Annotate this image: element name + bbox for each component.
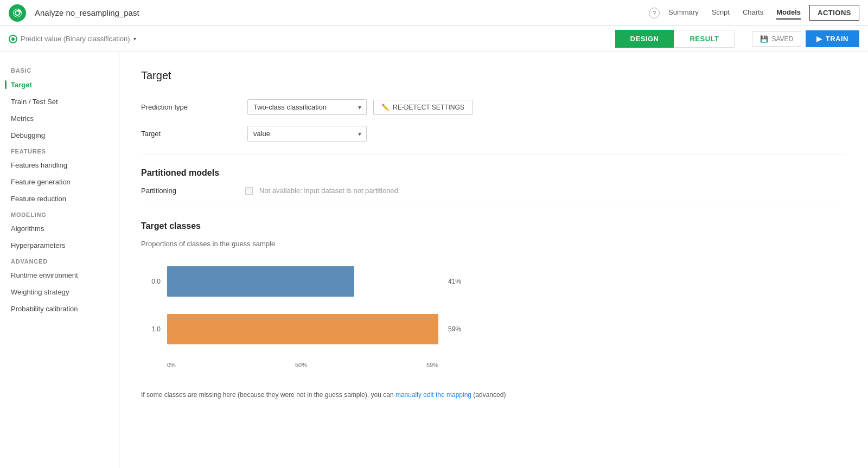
- actions-button[interactable]: ACTIONS: [809, 5, 859, 21]
- page-title: Target: [141, 69, 846, 82]
- bar-pct-0: 41%: [448, 278, 461, 285]
- pencil-icon: ✏️: [381, 104, 390, 111]
- re-detect-button[interactable]: ✏️ RE-DETECT SETTINGS: [373, 100, 473, 115]
- svg-point-1: [16, 11, 19, 15]
- sidebar-item-debugging[interactable]: Debugging: [0, 127, 119, 144]
- predict-type: (Binary classification): [63, 35, 130, 43]
- manually-edit-link[interactable]: manually edit the mapping: [395, 391, 471, 399]
- help-icon[interactable]: ?: [649, 8, 660, 18]
- sub-header: Predict value (Binary classification) ▾ …: [0, 26, 868, 52]
- predict-icon: [9, 35, 17, 43]
- target-label: Target: [141, 130, 239, 138]
- sidebar-section-modeling: MODELING: [0, 207, 119, 220]
- design-tab[interactable]: DESIGN: [615, 30, 674, 48]
- prediction-type-row: Prediction type Two-class classification…: [141, 99, 846, 115]
- bar-container-1: [167, 314, 438, 344]
- bar-0: [167, 266, 354, 297]
- sidebar-item-feature-reduction[interactable]: Feature reduction: [0, 190, 119, 207]
- sidebar-item-metrics[interactable]: Metrics: [0, 110, 119, 127]
- top-bar: Analyze no_resampling_past ? Summary Scr…: [0, 0, 868, 26]
- target-classes-desc: Proportions of classes in the guess samp…: [141, 240, 846, 248]
- divider-1: [141, 155, 846, 155]
- x-axis-label-59: 59%: [426, 362, 438, 368]
- target-select-wrapper: value: [247, 126, 367, 142]
- x-axis-label-50: 50%: [295, 362, 307, 368]
- sidebar-item-target[interactable]: Target: [0, 76, 119, 93]
- train-button[interactable]: ▶ TRAIN: [806, 30, 859, 47]
- target-control: value: [247, 126, 367, 142]
- sidebar-item-feature-generation[interactable]: Feature generation: [0, 174, 119, 190]
- target-classes-title: Target classes: [141, 221, 846, 231]
- sidebar-item-hyperparameters[interactable]: Hyperparameters: [0, 237, 119, 254]
- nav-charts[interactable]: Charts: [743, 6, 763, 20]
- sidebar-item-features-handling[interactable]: Features handling: [0, 157, 119, 174]
- save-icon: 💾: [760, 35, 768, 43]
- sidebar: BASIC Target Train / Test Set Metrics De…: [0, 52, 119, 468]
- prediction-type-select[interactable]: Two-class classification Multi-class cla…: [247, 99, 367, 115]
- prediction-type-select-wrapper: Two-class classification Multi-class cla…: [247, 99, 367, 115]
- bar-pct-1: 59%: [448, 325, 461, 333]
- design-result-tabs: DESIGN RESULT: [615, 30, 735, 48]
- sidebar-item-weighting-strategy[interactable]: Weighting strategy: [0, 284, 119, 300]
- play-icon: ▶: [816, 35, 822, 43]
- x-axis-label-0: 0%: [167, 362, 176, 368]
- partitioning-row: Partitioning Not available: input datase…: [141, 187, 846, 195]
- result-tab[interactable]: RESULT: [674, 30, 735, 48]
- partitioning-unavailable-text: Not available: input dataset is not part…: [259, 187, 400, 195]
- app-logo: [9, 4, 26, 22]
- bar-1: [167, 314, 438, 344]
- sidebar-section-features: FEATURES: [0, 144, 119, 157]
- bar-container-0: [167, 266, 438, 297]
- bar-label-0: 0.0: [141, 278, 161, 285]
- sidebar-item-runtime-environment[interactable]: Runtime environment: [0, 267, 119, 284]
- nav-models[interactable]: Models: [776, 6, 801, 20]
- top-nav: Summary Script Charts Models: [668, 6, 801, 20]
- chevron-down-icon: ▾: [133, 36, 136, 42]
- target-select[interactable]: value: [247, 126, 367, 142]
- prediction-type-control: Two-class classification Multi-class cla…: [247, 99, 473, 115]
- sidebar-item-probability-calibration[interactable]: Probability calibration: [0, 300, 119, 317]
- partitioning-checkbox: [245, 187, 253, 195]
- main-layout: BASIC Target Train / Test Set Metrics De…: [0, 52, 868, 468]
- bar-row-1: 1.0 59%: [141, 314, 846, 344]
- target-row: Target value: [141, 126, 846, 142]
- content-area: Target Prediction type Two-class classif…: [119, 52, 868, 468]
- partitioned-models-title: Partitioned models: [141, 168, 846, 178]
- x-axis: 0% 50% 59%: [141, 362, 438, 368]
- nav-script[interactable]: Script: [712, 6, 730, 20]
- prediction-type-label: Prediction type: [141, 103, 239, 111]
- sidebar-item-algorithms[interactable]: Algorithms: [0, 220, 119, 237]
- note-text: If some classes are missing here (becaus…: [141, 391, 846, 399]
- sidebar-item-train-test-set[interactable]: Train / Test Set: [0, 93, 119, 110]
- sidebar-section-basic: BASIC: [0, 63, 119, 76]
- nav-summary[interactable]: Summary: [668, 6, 699, 20]
- app-title: Analyze no_resampling_past: [35, 8, 640, 17]
- saved-button[interactable]: 💾 SAVED: [752, 31, 801, 47]
- content-card: Target Prediction type Two-class classif…: [119, 52, 868, 468]
- sidebar-section-advanced: ADVANCED: [0, 254, 119, 267]
- predict-label: Predict value (Binary classification): [21, 35, 130, 43]
- bar-chart: 0.0 41% 1.0 59% 0% 50%: [141, 261, 846, 382]
- bar-label-1: 1.0: [141, 325, 161, 333]
- predict-badge[interactable]: Predict value (Binary classification) ▾: [9, 35, 136, 43]
- partitioning-label: Partitioning: [141, 187, 239, 195]
- divider-2: [141, 208, 846, 208]
- bar-row-0: 0.0 41%: [141, 266, 846, 297]
